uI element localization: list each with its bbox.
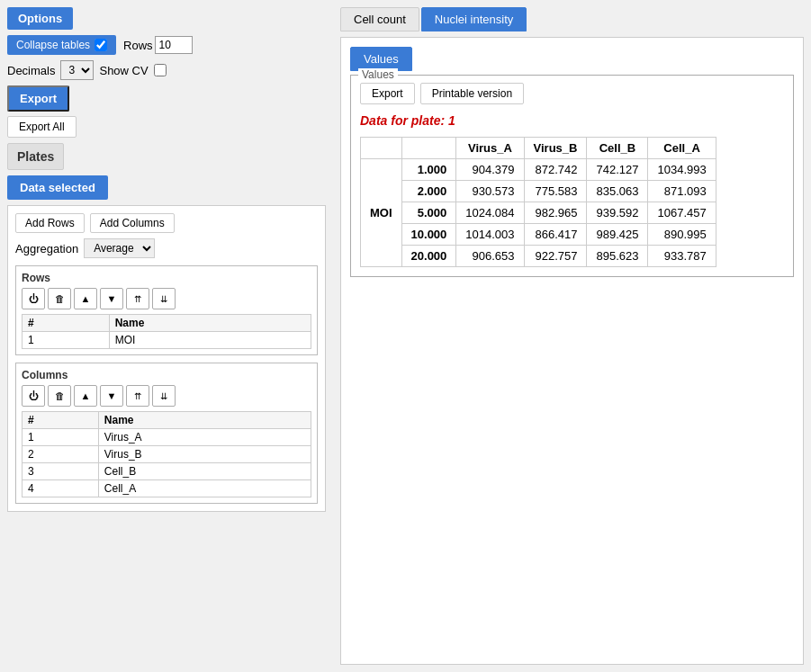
table-row: 2.000930.573775.583835.063871.093 xyxy=(361,181,716,202)
row-label: 1.000 xyxy=(401,159,456,181)
rows-fieldset: Rows ⏻ 🗑 ▲ ▼ ⇈ ⇊ # Name 1MOI xyxy=(15,265,318,355)
values-fieldset: Values Export Printable version Data for… xyxy=(350,75,794,277)
cell-value: 866.417 xyxy=(524,224,587,246)
cell-value: 930.573 xyxy=(456,181,524,202)
th-empty1 xyxy=(361,138,402,159)
columns-section-label: Columns xyxy=(22,369,311,381)
th-cell-b: Cell_B xyxy=(587,138,648,159)
left-panel: Options Collapse tables Rows Decimals 1 … xyxy=(0,0,333,672)
data-editor: Add Rows Add Columns Aggregation Average… xyxy=(7,205,326,512)
cell-value: 775.583 xyxy=(524,181,587,202)
group-label: MOI xyxy=(361,159,402,267)
row-label: 2.000 xyxy=(401,181,456,202)
cell-value: 1067.457 xyxy=(648,202,716,224)
th-virus-b: Virus_B xyxy=(524,138,587,159)
collapse-tables-row: Collapse tables Rows xyxy=(7,35,326,55)
aggregation-select[interactable]: Average Sum Min Max xyxy=(84,238,155,258)
columns-sort-desc-button[interactable]: ⇊ xyxy=(152,385,176,407)
export-button[interactable]: Export xyxy=(7,85,69,112)
rows-col-hash: # xyxy=(23,315,110,332)
options-section: Options Collapse tables Rows Decimals 1 … xyxy=(7,7,326,80)
cell-value: 933.787 xyxy=(648,246,716,267)
export-all-button[interactable]: Export All xyxy=(7,116,77,138)
rows-down-button[interactable]: ▼ xyxy=(100,288,123,309)
values-legend: Values xyxy=(358,68,398,81)
export-inner-button[interactable]: Export xyxy=(360,83,415,104)
cell-value: 904.379 xyxy=(456,159,524,181)
cols-col-name: Name xyxy=(98,412,311,429)
rows-label: Rows xyxy=(123,39,153,52)
sub-tab-values[interactable]: Values xyxy=(350,47,412,71)
rows-number-input[interactable] xyxy=(155,36,193,54)
table-row: 20.000906.653922.757895.623933.787 xyxy=(361,246,716,267)
plates-section: Plates xyxy=(7,143,64,170)
list-item: 1Virus_A xyxy=(23,429,311,446)
cols-col-hash: # xyxy=(23,412,99,429)
list-item: 2Virus_B xyxy=(23,446,311,463)
cell-value: 1014.003 xyxy=(456,224,524,246)
cell-value: 1024.084 xyxy=(456,202,524,224)
list-item: 1MOI xyxy=(23,332,311,349)
cell-value: 835.063 xyxy=(587,181,648,202)
columns-sort-asc-button[interactable]: ⇈ xyxy=(126,385,149,407)
export-section: Export Export All xyxy=(7,85,326,138)
data-selected-button[interactable]: Data selected xyxy=(7,175,108,200)
cell-value: 742.127 xyxy=(587,159,648,181)
cell-value: 1034.993 xyxy=(648,159,716,181)
table-row: 5.0001024.084982.965939.5921067.457 xyxy=(361,202,716,224)
th-virus-a: Virus_A xyxy=(456,138,524,159)
show-cv-label: Show CV xyxy=(99,64,148,77)
list-item: 3Cell_B xyxy=(23,463,311,480)
columns-fieldset: Columns ⏻ 🗑 ▲ ▼ ⇈ ⇊ # Name 1Virus_A2Viru… xyxy=(15,363,318,504)
rows-input-container: Rows xyxy=(123,36,193,54)
row-label: 5.000 xyxy=(401,202,456,224)
rows-section-label: Rows xyxy=(22,272,311,284)
inner-buttons: Export Printable version xyxy=(360,83,784,104)
content-box: Values Values Export Printable version D… xyxy=(340,37,804,665)
cell-value: 982.965 xyxy=(524,202,587,224)
th-cell-a: Cell_A xyxy=(648,138,716,159)
top-tabs: Cell count Nuclei intensity xyxy=(340,7,804,31)
cell-value: 906.653 xyxy=(456,246,524,267)
table-row: 10.0001014.003866.417989.425890.995 xyxy=(361,224,716,246)
add-columns-button[interactable]: Add Columns xyxy=(90,213,175,233)
rows-sort-asc-button[interactable]: ⇈ xyxy=(126,288,149,309)
cell-value: 939.592 xyxy=(587,202,648,224)
rows-table: # Name 1MOI xyxy=(22,314,311,349)
collapse-tables-checkbox[interactable] xyxy=(95,39,107,51)
th-empty2 xyxy=(401,138,456,159)
show-cv-checkbox[interactable] xyxy=(154,64,167,76)
rows-col-name: Name xyxy=(109,315,311,332)
cell-value: 895.623 xyxy=(587,246,648,267)
decimals-select[interactable]: 1 2 3 4 5 xyxy=(60,60,94,80)
tab-cell-count[interactable]: Cell count xyxy=(340,7,419,31)
rows-trash-button[interactable]: 🗑 xyxy=(48,288,71,309)
table-row: MOI1.000904.379872.742742.1271034.993 xyxy=(361,159,716,181)
rows-up-button[interactable]: ▲ xyxy=(74,288,97,309)
printable-version-button[interactable]: Printable version xyxy=(420,83,524,104)
cell-value: 871.093 xyxy=(648,181,716,202)
columns-table: # Name 1Virus_A2Virus_B3Cell_B4Cell_A xyxy=(22,411,311,497)
cell-value: 922.757 xyxy=(524,246,587,267)
rows-power-button[interactable]: ⏻ xyxy=(22,288,45,309)
row-label: 10.000 xyxy=(401,224,456,246)
cell-value: 989.425 xyxy=(587,224,648,246)
collapse-tables-button[interactable]: Collapse tables xyxy=(7,35,116,55)
columns-down-button[interactable]: ▼ xyxy=(100,385,123,407)
columns-toolbar: ⏻ 🗑 ▲ ▼ ⇈ ⇊ xyxy=(22,385,311,407)
cell-value: 890.995 xyxy=(648,224,716,246)
columns-power-button[interactable]: ⏻ xyxy=(22,385,45,407)
collapse-tables-label: Collapse tables xyxy=(16,39,90,51)
sub-tabs: Values xyxy=(350,47,794,71)
row-label: 20.000 xyxy=(401,246,456,267)
add-rows-button[interactable]: Add Rows xyxy=(15,213,85,233)
decimals-label: Decimals xyxy=(7,64,55,77)
list-item: 4Cell_A xyxy=(23,480,311,497)
data-editor-buttons: Add Rows Add Columns xyxy=(15,213,318,233)
columns-trash-button[interactable]: 🗑 xyxy=(48,385,71,407)
decimals-row: Decimals 1 2 3 4 5 Show CV xyxy=(7,60,326,80)
rows-sort-desc-button[interactable]: ⇊ xyxy=(152,288,176,309)
tab-nuclei-intensity[interactable]: Nuclei intensity xyxy=(421,7,527,31)
results-table: Virus_A Virus_B Cell_B Cell_A MOI1.00090… xyxy=(360,137,716,267)
columns-up-button[interactable]: ▲ xyxy=(74,385,97,407)
